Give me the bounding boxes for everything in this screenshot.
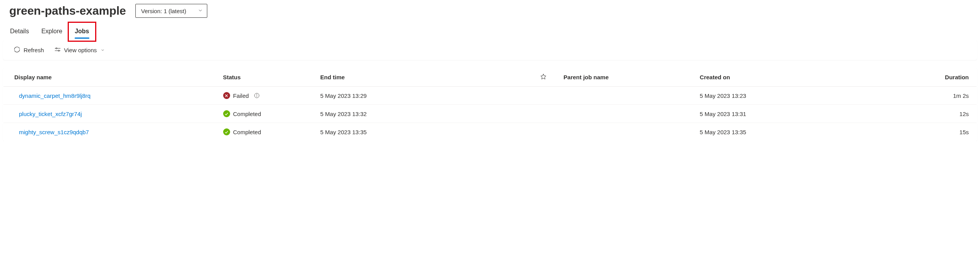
table-row[interactable]: plucky_ticket_xcfz7gr74jCompleted5 May 2… bbox=[3, 105, 977, 123]
table-row[interactable]: dynamic_carpet_hm8r9lj8rqFailed5 May 202… bbox=[3, 87, 977, 105]
star-outline-icon bbox=[540, 74, 546, 81]
tab-explore[interactable]: Explore bbox=[41, 25, 63, 39]
duration-cell: 15s bbox=[879, 123, 977, 141]
refresh-icon bbox=[14, 46, 20, 54]
status-completed-icon bbox=[223, 128, 230, 135]
created-on-cell: 5 May 2023 13:31 bbox=[694, 105, 879, 123]
created-on-cell: 5 May 2023 13:35 bbox=[694, 123, 879, 141]
tab-bar: DetailsExploreJobs bbox=[0, 18, 980, 39]
favorite-cell[interactable] bbox=[529, 123, 558, 141]
end-time-cell: 5 May 2023 13:35 bbox=[315, 123, 529, 141]
view-options-label: View options bbox=[64, 47, 97, 53]
col-favorite[interactable] bbox=[529, 68, 558, 87]
jobs-table: Display name Status End time Parent job … bbox=[3, 68, 977, 141]
version-dropdown-label: Version: 1 (latest) bbox=[141, 8, 186, 14]
page-title: green-paths-example bbox=[9, 4, 126, 17]
parent-job-cell bbox=[558, 105, 694, 123]
col-duration[interactable]: Duration bbox=[879, 68, 977, 87]
job-link[interactable]: mighty_screw_s1cz9qdqb7 bbox=[19, 129, 89, 135]
duration-cell: 12s bbox=[879, 105, 977, 123]
refresh-button[interactable]: Refresh bbox=[13, 44, 45, 56]
job-link[interactable]: plucky_ticket_xcfz7gr74j bbox=[19, 111, 82, 117]
parent-job-cell bbox=[558, 123, 694, 141]
sliders-icon bbox=[54, 46, 61, 54]
col-status[interactable]: Status bbox=[218, 68, 315, 87]
tab-jobs[interactable]: Jobs bbox=[74, 25, 90, 39]
tab-details[interactable]: Details bbox=[9, 25, 30, 39]
svg-point-1 bbox=[56, 48, 57, 49]
chevron-down-icon bbox=[198, 8, 203, 14]
end-time-cell: 5 May 2023 13:29 bbox=[315, 87, 529, 105]
version-dropdown[interactable]: Version: 1 (latest) bbox=[135, 4, 207, 18]
parent-job-cell bbox=[558, 87, 694, 105]
job-link[interactable]: dynamic_carpet_hm8r9lj8rq bbox=[19, 92, 90, 99]
status-text: Failed bbox=[233, 92, 249, 99]
jobs-table-wrap: Display name Status End time Parent job … bbox=[3, 68, 977, 141]
col-created-on[interactable]: Created on bbox=[694, 68, 879, 87]
svg-point-3 bbox=[58, 50, 59, 51]
chevron-down-icon bbox=[101, 47, 105, 53]
col-display-name[interactable]: Display name bbox=[3, 68, 218, 87]
status-failed-icon bbox=[223, 92, 230, 99]
view-options-button[interactable]: View options bbox=[53, 44, 106, 56]
end-time-cell: 5 May 2023 13:32 bbox=[315, 105, 529, 123]
svg-marker-4 bbox=[541, 74, 546, 79]
duration-cell: 1m 2s bbox=[879, 87, 977, 105]
status-completed-icon bbox=[223, 110, 230, 117]
col-end-time[interactable]: End time bbox=[315, 68, 529, 87]
table-row[interactable]: mighty_screw_s1cz9qdqb7Completed5 May 20… bbox=[3, 123, 977, 141]
info-icon[interactable] bbox=[253, 92, 260, 99]
table-header-row: Display name Status End time Parent job … bbox=[3, 68, 977, 87]
svg-point-9 bbox=[257, 94, 257, 94]
created-on-cell: 5 May 2023 13:23 bbox=[694, 87, 879, 105]
status-text: Completed bbox=[233, 129, 261, 135]
refresh-label: Refresh bbox=[24, 47, 44, 53]
favorite-cell[interactable] bbox=[529, 87, 558, 105]
col-parent-job[interactable]: Parent job name bbox=[558, 68, 694, 87]
status-text: Completed bbox=[233, 111, 261, 117]
toolbar: Refresh View options bbox=[3, 40, 977, 60]
favorite-cell[interactable] bbox=[529, 105, 558, 123]
